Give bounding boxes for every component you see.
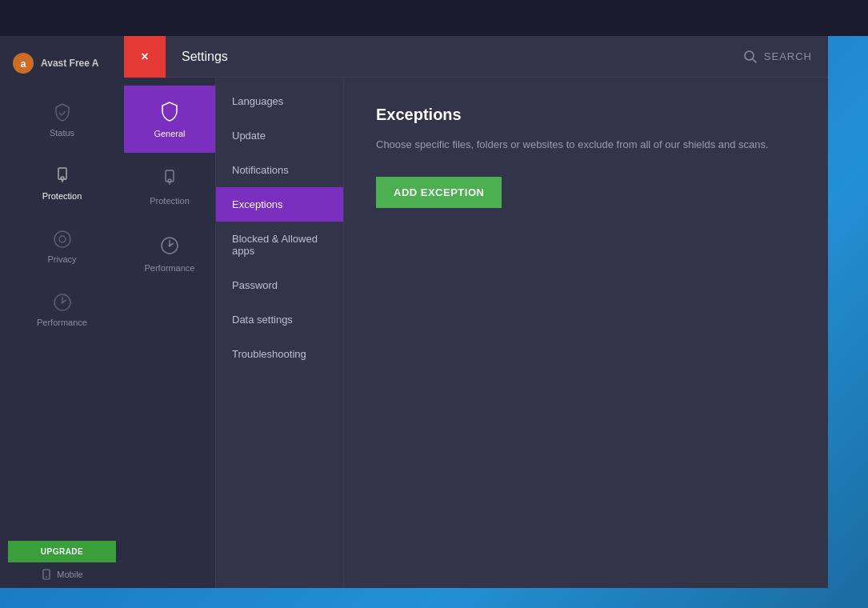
search-label: SEARCH — [764, 50, 812, 62]
settings-header: × Settings SEARCH — [124, 36, 828, 78]
menu-item-troubleshooting[interactable]: Troubleshooting — [216, 337, 343, 371]
svg-point-3 — [61, 177, 64, 180]
menu-item-exceptions[interactable]: Exceptions — [216, 187, 343, 222]
menu-item-notifications[interactable]: Notifications — [216, 153, 343, 187]
nav-item-performance-label: Performance — [37, 318, 87, 327]
category-performance-label: Performance — [145, 263, 195, 273]
performance-cat-icon — [158, 234, 181, 257]
avast-sidebar: a Avast Free A Status Protection — [0, 36, 124, 588]
menu-item-update[interactable]: Update — [216, 118, 343, 153]
svg-point-8 — [61, 302, 63, 304]
menu-item-data-settings[interactable]: Data settings — [216, 302, 343, 337]
settings-title: Settings — [182, 50, 743, 64]
search-icon — [743, 50, 758, 64]
privacy-icon — [52, 229, 73, 250]
top-bar — [0, 0, 868, 36]
category-item-protection[interactable]: Protection — [124, 153, 215, 220]
performance-icon — [52, 292, 73, 313]
nav-item-protection[interactable]: Protection — [0, 154, 124, 213]
avast-logo-icon: a — [12, 52, 34, 74]
exceptions-title: Exceptions — [376, 106, 796, 124]
menu-item-password[interactable]: Password — [216, 268, 343, 302]
nav-bottom: UPGRADE Mobile — [0, 533, 124, 588]
category-general-label: General — [154, 129, 185, 138]
settings-body: General Protection Performanc — [124, 78, 828, 588]
svg-rect-13 — [166, 170, 174, 182]
avast-logo-area: a Avast Free A — [0, 44, 124, 82]
general-shield-icon — [158, 100, 181, 122]
category-panel: General Protection Performanc — [124, 78, 216, 588]
nav-items: Status Protection Privacy — [0, 90, 124, 533]
close-button[interactable]: × — [124, 36, 166, 78]
nav-item-privacy[interactable]: Privacy — [0, 217, 124, 276]
status-icon — [52, 102, 73, 123]
category-item-general[interactable]: General — [124, 86, 215, 153]
nav-item-performance[interactable]: Performance — [0, 280, 124, 339]
menu-panel: Languages Update Notifications Exception… — [216, 78, 344, 588]
protection-cat-icon — [158, 167, 181, 190]
upgrade-button[interactable]: UPGRADE — [8, 541, 116, 562]
menu-item-languages[interactable]: Languages — [216, 84, 343, 118]
nav-item-privacy-label: Privacy — [47, 254, 76, 264]
category-protection-label: Protection — [150, 196, 190, 206]
protection-icon — [52, 166, 73, 186]
mobile-icon — [41, 569, 52, 580]
search-area[interactable]: SEARCH — [743, 50, 828, 64]
svg-text:a: a — [21, 58, 26, 70]
settings-window: × Settings SEARCH General — [124, 36, 828, 588]
mobile-item[interactable]: Mobile — [41, 569, 82, 580]
nav-item-status[interactable]: Status — [0, 90, 124, 150]
svg-point-5 — [54, 231, 70, 247]
svg-line-12 — [752, 58, 756, 62]
mobile-label: Mobile — [57, 570, 82, 579]
menu-item-blocked-allowed[interactable]: Blocked & Allowed apps — [216, 222, 343, 268]
nav-item-protection-label: Protection — [42, 191, 82, 201]
svg-point-14 — [168, 179, 171, 182]
svg-rect-2 — [58, 168, 66, 179]
nav-item-status-label: Status — [50, 128, 74, 138]
exceptions-description: Choose specific files, folders or websit… — [376, 137, 796, 153]
category-item-performance[interactable]: Performance — [124, 220, 215, 287]
avast-logo-text: Avast Free A — [41, 58, 98, 69]
svg-point-17 — [169, 245, 171, 247]
add-exception-button[interactable]: ADD EXCEPTION — [376, 177, 502, 208]
content-panel: Exceptions Choose specific files, folder… — [344, 78, 828, 588]
svg-point-6 — [59, 236, 66, 242]
